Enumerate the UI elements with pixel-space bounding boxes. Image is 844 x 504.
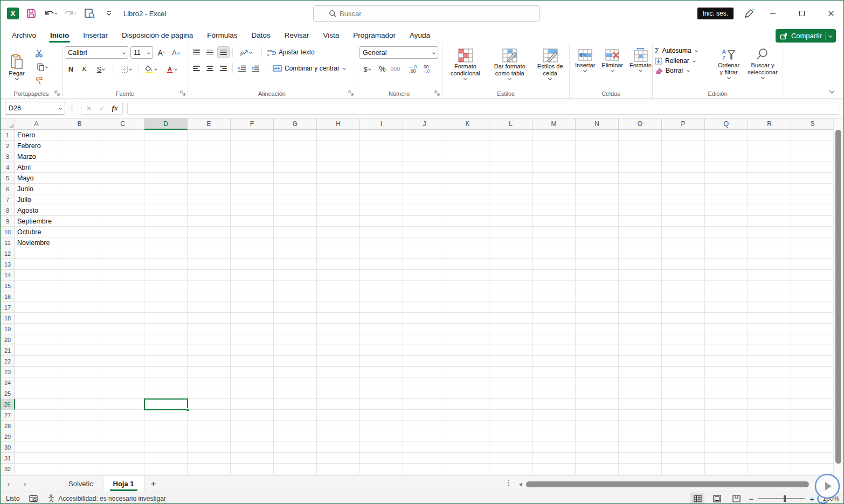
sign-in-button[interactable]: Inic. ses. xyxy=(697,8,734,19)
comma-style-button[interactable]: 000 xyxy=(389,63,402,75)
font-name-combo[interactable]: Calibri xyxy=(65,46,128,59)
sort-filter-chevron-icon[interactable] xyxy=(727,75,731,79)
formula-input[interactable] xyxy=(127,102,839,115)
page-layout-view-button[interactable] xyxy=(710,493,724,504)
row-header-25[interactable]: 25 xyxy=(1,388,15,399)
cell-a10[interactable]: Octubre xyxy=(17,227,41,237)
ribbon-tab-disposici-n-de-p-gina[interactable]: Disposición de página xyxy=(115,28,200,44)
row-header-28[interactable]: 28 xyxy=(1,421,15,431)
row-header-6[interactable]: 6 xyxy=(1,184,15,194)
column-header-s[interactable]: S xyxy=(791,118,834,130)
font-dialog-launcher[interactable] xyxy=(179,90,186,96)
font-color-button[interactable]: A xyxy=(162,63,181,75)
zoom-track[interactable] xyxy=(758,498,805,499)
excel-logo-icon[interactable]: X xyxy=(7,8,19,19)
ribbon-tab-inicio[interactable]: Inicio xyxy=(43,28,76,44)
column-header-i[interactable]: I xyxy=(360,118,403,130)
wrap-text-button[interactable]: abc Ajustar texto xyxy=(267,48,315,57)
column-header-e[interactable]: E xyxy=(188,118,231,130)
number-format-combo[interactable]: General xyxy=(359,46,438,59)
format-painter-button[interactable] xyxy=(33,74,45,86)
cell-a2[interactable]: Febrero xyxy=(17,141,41,151)
row-header-4[interactable]: 4 xyxy=(1,162,15,173)
column-header-b[interactable]: B xyxy=(58,118,101,130)
formula-bar-grip[interactable]: ⋮ xyxy=(68,104,75,113)
row-header-9[interactable]: 9 xyxy=(1,216,15,227)
decrease-indent-button[interactable] xyxy=(236,62,248,74)
close-button[interactable] xyxy=(819,3,843,24)
delete-cells-chevron-icon[interactable] xyxy=(611,68,614,72)
cell-a11[interactable]: Noviembre xyxy=(17,237,50,248)
row-header-21[interactable]: 21 xyxy=(1,345,15,356)
paste-button[interactable]: Pegar xyxy=(3,52,31,81)
row-header-17[interactable]: 17 xyxy=(1,302,15,313)
sheet-tab-hoja-1[interactable]: Hoja 1 xyxy=(103,476,144,492)
row-header-23[interactable]: 23 xyxy=(1,367,15,377)
search-input[interactable] xyxy=(340,10,517,18)
decrease-font-button[interactable]: A xyxy=(170,47,182,59)
row-header-19[interactable]: 19 xyxy=(1,324,15,334)
editor-pen-button[interactable] xyxy=(742,6,756,20)
cancel-entry-button[interactable]: ✕ xyxy=(82,104,95,113)
cell-a4[interactable]: Abril xyxy=(17,162,31,173)
cell-a1[interactable]: Enero xyxy=(17,130,35,141)
copy-button[interactable] xyxy=(33,61,51,73)
row-header-30[interactable]: 30 xyxy=(1,442,15,453)
macro-record-button[interactable] xyxy=(29,495,38,502)
align-right-button[interactable] xyxy=(217,62,230,74)
document-check-button[interactable] xyxy=(82,6,96,20)
increase-font-button[interactable]: A^ xyxy=(155,47,168,59)
collapse-ribbon-chevron-icon[interactable] xyxy=(829,88,835,94)
search-box[interactable] xyxy=(313,5,540,22)
save-button[interactable] xyxy=(24,6,38,20)
currency-chevron-icon[interactable] xyxy=(368,67,371,71)
column-header-m[interactable]: M xyxy=(532,118,576,130)
row-header-31[interactable]: 31 xyxy=(1,453,15,464)
borders-chevron-icon[interactable] xyxy=(129,67,132,71)
column-header-o[interactable]: O xyxy=(619,118,662,130)
align-center-button[interactable] xyxy=(204,62,216,74)
column-header-q[interactable]: Q xyxy=(705,118,748,130)
vertical-scrollbar[interactable] xyxy=(833,118,843,492)
horizontal-scrollbar-thumb[interactable] xyxy=(526,481,809,487)
row-header-2[interactable]: 2 xyxy=(1,141,15,151)
delete-cells-button[interactable]: Eliminar xyxy=(598,46,626,88)
row-header-7[interactable]: 7 xyxy=(1,194,15,205)
underline-chevron-icon[interactable] xyxy=(102,67,105,71)
normal-view-button[interactable] xyxy=(690,493,704,504)
hscroll-left-icon[interactable] xyxy=(519,482,522,487)
share-button[interactable]: Compartir xyxy=(776,29,836,43)
percent-button[interactable]: % xyxy=(376,63,389,75)
orientation-button[interactable]: ab xyxy=(236,46,256,58)
minimize-button[interactable] xyxy=(760,3,785,24)
row-header-32[interactable]: 32 xyxy=(1,464,15,474)
row-header-13[interactable]: 13 xyxy=(1,259,15,270)
ribbon-tab-ayuda[interactable]: Ayuda xyxy=(403,28,437,44)
insert-cells-chevron-icon[interactable] xyxy=(583,68,587,72)
orientation-chevron-icon[interactable] xyxy=(249,51,252,54)
ribbon-tab-programador[interactable]: Programador xyxy=(346,28,403,44)
row-header-29[interactable]: 29 xyxy=(1,431,15,442)
column-header-d[interactable]: D xyxy=(144,118,188,130)
insert-cells-button[interactable]: Insertar xyxy=(572,46,598,88)
ribbon-tab-revisar[interactable]: Revisar xyxy=(278,28,316,44)
cell-a7[interactable]: Julio xyxy=(17,194,31,205)
row-header-10[interactable]: 10 xyxy=(1,227,15,237)
align-left-button[interactable] xyxy=(190,62,203,74)
name-box[interactable]: D26 xyxy=(5,102,65,115)
next-sheet-button[interactable]: › xyxy=(17,479,33,488)
sort-filter-button[interactable]: AZ Ordenar y filtrar xyxy=(712,46,745,80)
row-header-1[interactable]: 1 xyxy=(1,130,15,141)
previous-sheet-button[interactable]: ‹ xyxy=(1,479,17,488)
conditional-formatting-button[interactable]: Formato condicional xyxy=(445,46,486,88)
column-header-n[interactable]: N xyxy=(576,118,619,130)
column-header-f[interactable]: F xyxy=(231,118,274,130)
ribbon-tab-f-rmulas[interactable]: Fórmulas xyxy=(200,28,244,44)
increase-indent-button[interactable] xyxy=(249,62,261,74)
ribbon-tab-vista[interactable]: Vista xyxy=(316,28,346,44)
zoom-thumb[interactable] xyxy=(784,495,786,502)
row-header-11[interactable]: 11 xyxy=(1,237,15,248)
format-as-table-button[interactable]: Dar formato como tabla xyxy=(486,46,533,88)
maximize-button[interactable] xyxy=(790,3,814,24)
increase-decimal-button[interactable]: ←.0.00 xyxy=(406,63,419,75)
